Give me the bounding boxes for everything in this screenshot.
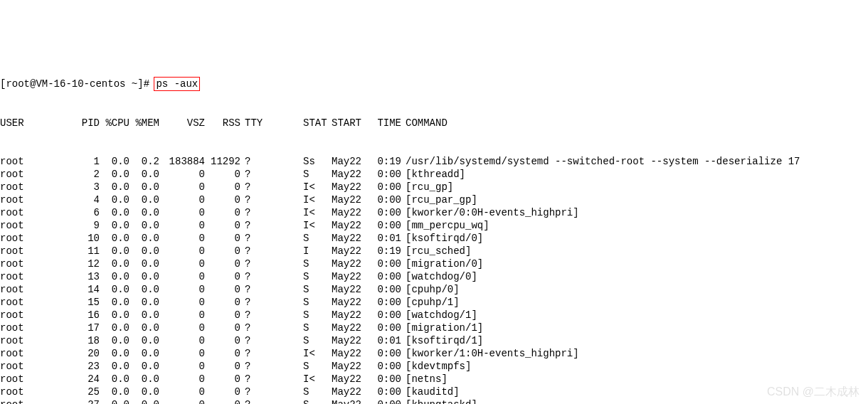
cell-pid: 16 <box>57 309 100 321</box>
cell-mem: 0.0 <box>129 347 159 360</box>
cell-pid: 25 <box>57 386 100 398</box>
table-row: root270.00.000?SMay220:00[khungtaskd] <box>0 398 868 404</box>
cell-tty: ? <box>240 232 265 245</box>
cell-tty: ? <box>240 321 265 334</box>
cell-rss: 0 <box>205 309 240 321</box>
cell-user: root <box>0 219 57 232</box>
cell-user: root <box>0 206 57 219</box>
cell-time: 0:00 <box>367 321 406 334</box>
cell-start: May22 <box>332 155 367 168</box>
cell-mem: 0.0 <box>129 181 159 193</box>
cell-command: [rcu_gp] <box>406 181 453 193</box>
cell-cpu: 0.0 <box>100 257 129 270</box>
cell-user: root <box>0 321 57 334</box>
cell-vsz: 0 <box>159 193 205 206</box>
cell-user: root <box>0 398 57 404</box>
cell-user: root <box>0 283 57 296</box>
cell-cpu: 0.0 <box>100 168 129 181</box>
cell-pid: 15 <box>57 296 100 309</box>
cell-rss: 0 <box>205 270 240 283</box>
cell-user: root <box>0 334 57 347</box>
table-header: USERPID%CPU%MEMVSZRSSTTYSTATSTARTTIMECOM… <box>0 117 868 129</box>
cell-stat: I< <box>303 219 332 232</box>
cell-cpu: 0.0 <box>100 347 129 360</box>
table-row: root200.00.000?I<May220:00[kworker/1:0H-… <box>0 347 868 360</box>
cell-rss: 0 <box>205 347 240 360</box>
cell-stat: S <box>303 386 332 398</box>
cell-start: May22 <box>332 257 367 270</box>
cell-rss: 0 <box>205 245 240 257</box>
cell-stat: I< <box>303 373 332 386</box>
cell-user: root <box>0 155 57 168</box>
cell-stat: I <box>303 245 332 257</box>
cell-mem: 0.0 <box>129 373 159 386</box>
cell-stat: S <box>303 270 332 283</box>
cell-tty: ? <box>240 257 265 270</box>
cell-start: May22 <box>332 232 367 245</box>
cell-mem: 0.0 <box>129 245 159 257</box>
cell-tty: ? <box>240 386 265 398</box>
cell-mem: 0.0 <box>129 360 159 373</box>
cell-cpu: 0.0 <box>100 296 129 309</box>
cell-command: [ksoftirqd/0] <box>406 232 483 245</box>
cell-mem: 0.0 <box>129 206 159 219</box>
cell-tty: ? <box>240 347 265 360</box>
cell-mem: 0.0 <box>129 270 159 283</box>
cell-pid: 10 <box>57 232 100 245</box>
cell-stat: S <box>303 398 332 404</box>
cell-command: [khungtaskd] <box>406 398 477 404</box>
cell-vsz: 0 <box>159 334 205 347</box>
cell-pid: 18 <box>57 334 100 347</box>
cell-command: [cpuhp/1] <box>406 296 460 309</box>
cell-tty: ? <box>240 398 265 404</box>
cell-rss: 0 <box>205 232 240 245</box>
table-row: root60.00.000?I<May220:00[kworker/0:0H-e… <box>0 206 868 219</box>
cell-time: 0:01 <box>367 334 406 347</box>
cell-command: [ksoftirqd/1] <box>406 334 483 347</box>
cell-command: [migration/0] <box>406 257 483 270</box>
cell-tty: ? <box>240 360 265 373</box>
cell-command: /usr/lib/systemd/systemd --switched-root… <box>406 155 800 168</box>
cell-rss: 0 <box>205 334 240 347</box>
header-vsz: VSZ <box>159 117 205 129</box>
header-time: TIME <box>367 117 406 129</box>
cell-user: root <box>0 296 57 309</box>
cell-time: 0:00 <box>367 398 406 404</box>
cell-vsz: 0 <box>159 360 205 373</box>
cell-user: root <box>0 360 57 373</box>
cell-vsz: 0 <box>159 270 205 283</box>
cell-cpu: 0.0 <box>100 334 129 347</box>
table-row: root230.00.000?SMay220:00[kdevtmpfs] <box>0 360 868 373</box>
cell-cpu: 0.0 <box>100 309 129 321</box>
cell-stat: S <box>303 168 332 181</box>
cell-user: root <box>0 257 57 270</box>
cell-vsz: 0 <box>159 206 205 219</box>
cell-stat: I< <box>303 206 332 219</box>
cell-time: 0:00 <box>367 193 406 206</box>
cell-cpu: 0.0 <box>100 181 129 193</box>
cell-cpu: 0.0 <box>100 193 129 206</box>
cell-tty: ? <box>240 283 265 296</box>
cell-vsz: 0 <box>159 181 205 193</box>
cell-tty: ? <box>240 181 265 193</box>
cell-command: [kworker/0:0H-events_highpri] <box>406 206 579 219</box>
cell-pid: 12 <box>57 257 100 270</box>
cell-stat: S <box>303 232 332 245</box>
shell-prompt: [root@VM-16-10-centos ~]# <box>0 78 149 90</box>
cell-start: May22 <box>332 309 367 321</box>
cell-command: [kauditd] <box>406 386 460 398</box>
cell-time: 0:00 <box>367 168 406 181</box>
terminal-output[interactable]: [root@VM-16-10-centos ~]# ps -aux USERPI… <box>0 51 868 404</box>
cell-start: May22 <box>332 296 367 309</box>
cell-start: May22 <box>332 181 367 193</box>
cell-cpu: 0.0 <box>100 270 129 283</box>
cell-mem: 0.0 <box>129 296 159 309</box>
table-row: root180.00.000?SMay220:01[ksoftirqd/1] <box>0 334 868 347</box>
cell-command: [kdevtmpfs] <box>406 360 471 373</box>
cell-rss: 0 <box>205 360 240 373</box>
cell-stat: S <box>303 283 332 296</box>
cell-time: 0:00 <box>367 206 406 219</box>
cell-vsz: 0 <box>159 245 205 257</box>
cell-vsz: 0 <box>159 232 205 245</box>
cell-pid: 11 <box>57 245 100 257</box>
